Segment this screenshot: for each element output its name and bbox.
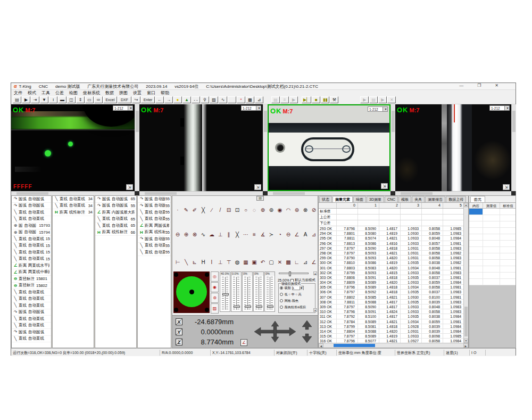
tab-测量元素[interactable]: 测量元素 [332, 196, 353, 202]
element-list-item[interactable]: ↷圆弧自动圆弧 [12, 203, 51, 210]
camera-1-video[interactable] [11, 104, 135, 191]
detail-cell[interactable] [483, 266, 500, 272]
axis-x-button[interactable]: X [176, 318, 182, 325]
grid-capture-button[interactable]: ▩ [246, 96, 254, 103]
detail-cell[interactable] [500, 279, 516, 285]
detail-cell[interactable] [483, 273, 500, 278]
detail-cell[interactable] [469, 253, 483, 259]
detail-cell[interactable] [483, 279, 500, 285]
tab-状态[interactable]: 状态 [319, 196, 332, 202]
scroll-down-icon[interactable]: ▼ [464, 339, 468, 343]
table-row[interactable]: 314 OK7.88048.50881.48201.09310.80391.09… [319, 329, 464, 334]
curve-tool-button[interactable]: ∿ [219, 96, 227, 103]
image-view-button[interactable]: ▲ [182, 96, 191, 103]
detail-cell[interactable] [483, 228, 500, 234]
detail-cell[interactable] [483, 247, 500, 253]
magnifier-button[interactable]: ⚲ [201, 96, 209, 103]
detail-cell[interactable] [500, 228, 516, 234]
light-slider-3[interactable]: 0% [242, 271, 253, 312]
tool-icon-3-9[interactable]: ▦ [242, 258, 250, 266]
xy-jog-arrows-icon[interactable] [253, 320, 297, 343]
save-button[interactable]: ▤ [13, 96, 21, 103]
dashed-lines-button[interactable]: - - [192, 96, 200, 103]
table-row[interactable]: 294 OK7.88018.50801.48191.09300.80591.09… [319, 231, 464, 236]
element-list-item[interactable]: H距离线性标注34 [53, 209, 94, 216]
tool-icon-2-17[interactable]: ⊿ [310, 230, 318, 238]
step-move-button[interactable]: ⇨ [94, 96, 103, 103]
table-row[interactable]: 303 OK7.88068.50911.48181.09350.80371.09… [319, 275, 464, 280]
table-row[interactable]: 313 OK7.87998.50811.48181.09280.80391.09… [319, 324, 464, 329]
ring-light-center[interactable] [189, 290, 194, 294]
camera-view-1[interactable]: OKM:7 FFFFF 1-212▾ ⇲ [11, 104, 135, 191]
detail-cell[interactable] [500, 209, 516, 215]
element-list-item[interactable]: ∠距离两直线中垂距 [12, 269, 51, 276]
tool-icon-3-15[interactable]: ∟ [293, 258, 301, 266]
element-list-item[interactable]: ╲直线自动直线15 [12, 249, 51, 256]
menu-item-5[interactable]: 绘图 [66, 90, 80, 96]
element-list-item[interactable]: ╲直线自动直线 [12, 216, 51, 223]
chevron-down-icon[interactable]: ▾ [256, 106, 261, 110]
probe-button[interactable]: ▼ [40, 96, 48, 103]
chevron-down-icon[interactable]: ▾ [300, 286, 303, 290]
menu-item-9[interactable]: 设置 [130, 90, 144, 96]
camera-4-vscrollbar[interactable] [511, 104, 516, 191]
element-list-item[interactable]: ∠距离两圆弧最大距 [138, 223, 171, 229]
tool-icon-2-8[interactable]: ╳ [233, 230, 242, 238]
radio-button[interactable] [280, 299, 283, 302]
tool-icon-3-3[interactable]: ⊾ [190, 258, 199, 266]
tool-icon-1-15[interactable]: ⊜ [293, 206, 301, 214]
detail-cell[interactable] [500, 247, 516, 253]
palette-mode-button[interactable]: ▨ [256, 196, 264, 201]
selected-cell[interactable] [469, 209, 483, 215]
element-list-item[interactable]: ╲直线自动直线 [12, 302, 51, 309]
detail-row[interactable] [469, 279, 516, 285]
element-list-item[interactable]: ↷圆弧自动圆弧 [12, 329, 51, 336]
tool-icon-2-1[interactable]: ⊖ [173, 230, 182, 238]
minimize-button[interactable]: — [459, 83, 463, 88]
detail-row[interactable] [469, 215, 516, 221]
tool-icon-1-4[interactable]: ╳ [199, 206, 207, 214]
open-folder-button[interactable]: ▶ [22, 96, 30, 103]
zoom-slider-thumb[interactable] [289, 271, 291, 276]
table-hscrollbar[interactable]: ◀ ▶ [319, 343, 468, 348]
detail-cell[interactable] [469, 279, 483, 285]
axis-y-button[interactable]: Y [176, 328, 182, 335]
scroll-up-icon[interactable]: ▲ [313, 271, 317, 275]
table-row[interactable]: 308 OK7.88118.50881.48171.09350.80391.09… [319, 300, 464, 304]
detail-cell[interactable] [500, 241, 516, 246]
split-view-button[interactable]: ◫ [67, 96, 76, 103]
table-vscrollbar[interactable]: ▲ ▼ [463, 203, 468, 343]
detail-cell[interactable] [483, 215, 500, 221]
z-move-button[interactable]: ⇕ [76, 96, 85, 103]
tool-icon-1-6[interactable]: / [216, 206, 225, 214]
table-row[interactable]: 301 OK7.88038.50831.48201.09340.80481.09… [319, 266, 464, 270]
element-list-item[interactable]: ╲直线自动直线55 [138, 209, 171, 216]
element-list-item[interactable]: ╲直线自动直线65 [95, 216, 136, 223]
menu-item-8[interactable]: 拼图 [117, 90, 130, 96]
table-row[interactable]: 296 OK7.88138.50861.48161.09330.80571.09… [319, 241, 464, 246]
blank-button[interactable] [228, 96, 236, 103]
tool-icon-1-3[interactable]: ✐ [190, 206, 199, 214]
camera-view-4[interactable]: OKM:7 1-212▾ ⇲ [395, 104, 511, 191]
table-row[interactable]: 295 OK7.88118.50741.48211.09330.80481.09… [319, 236, 464, 241]
tool-icon-3-16[interactable]: ⊿ [301, 258, 310, 266]
tool-icon-3-2[interactable]: ╲ [182, 258, 190, 266]
element-list-item[interactable]: ╲直线自动直线15 [12, 256, 51, 263]
element-list-item[interactable]: ↷圆弧自动圆弧55 [138, 236, 171, 243]
element-list-item[interactable]: H距离线性标注66 [95, 229, 136, 236]
light-control-button[interactable]: ● [173, 96, 182, 103]
detail-cell[interactable] [500, 260, 516, 266]
scroll-right-icon[interactable]: ▶ [463, 343, 468, 348]
tool-icon-2-15[interactable]: ∠ [293, 230, 301, 238]
tool-icon-3-10[interactable]: ▣ [250, 258, 259, 266]
detail-row[interactable] [469, 228, 516, 234]
tab-夹具[interactable]: 夹具 [412, 196, 425, 202]
tool-icon-2-10[interactable]: ≡ [250, 230, 259, 238]
detail-row[interactable] [469, 260, 516, 266]
camera-1-hscrollbar[interactable] [11, 191, 135, 195]
camera-4-hscrollbar[interactable] [395, 191, 511, 195]
detail-row[interactable] [469, 266, 516, 273]
tool-icon-1-9[interactable]: ○ [242, 206, 250, 214]
detail-cell[interactable] [483, 260, 500, 266]
tab-模板[interactable]: 模板 [398, 196, 411, 202]
